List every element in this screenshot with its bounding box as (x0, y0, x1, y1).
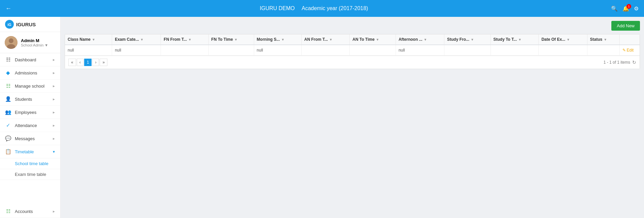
sidebar-item-attendance[interactable]: ✓ Attendance ► (0, 119, 60, 132)
sidebar-profile: Admin M School Admin ▼ (0, 32, 60, 53)
col-date-of-ex: Date Of Ex... ▼ (539, 34, 587, 45)
accounts-icon: ☷ (5, 208, 11, 214)
col-study-to-t: Study To T... ▼ (490, 34, 539, 45)
col-actions (619, 34, 640, 45)
cell-date-of-ex (539, 45, 587, 56)
col-an-from-t: AN From T... ▼ (301, 34, 349, 45)
sidebar-item-students[interactable]: 👤 Students ► (0, 93, 60, 106)
sidebar-item-employees[interactable]: 👥 Employees ► (0, 106, 60, 119)
svg-text:iG: iG (7, 23, 11, 27)
logo-text: IGURUS (16, 22, 36, 27)
cell-fn-to-time (208, 45, 254, 56)
cell-exam-cate: null (112, 45, 161, 56)
nav-title: IGURU DEMO Academic year (2017-2018) (17, 5, 611, 11)
filter-icon-fn-to-time[interactable]: ▼ (234, 38, 238, 41)
next-page-button[interactable]: › (92, 59, 99, 66)
col-exam-cate: Exam Cate... ▼ (112, 34, 161, 45)
table-row: null null null null (65, 45, 640, 56)
prev-page-button[interactable]: ‹ (77, 59, 83, 66)
cell-afternoon: null (396, 45, 444, 56)
filter-icon-an-to-time[interactable]: ▼ (376, 38, 379, 41)
chevron-right-icon: ► (52, 71, 56, 75)
cell-study-to-t (490, 45, 539, 56)
svg-point-3 (9, 38, 13, 43)
filter-icon-date-of-ex[interactable]: ▼ (567, 38, 570, 41)
back-button[interactable]: ← (5, 5, 11, 12)
notification-badge: 1 (626, 4, 631, 9)
cell-actions: ✎ Edit (619, 45, 640, 56)
table-wrapper: Class Name ▼ Exam Cate... ▼ (65, 34, 640, 69)
sidebar-sub-school-timetable[interactable]: School time table (0, 158, 60, 169)
messages-icon: 💬 (5, 135, 11, 142)
pagination-info: 1 - 1 of 1 items ↻ (604, 60, 636, 65)
admissions-icon: ◆ (5, 70, 11, 76)
refresh-button[interactable]: ↻ (632, 60, 636, 65)
profile-role: School Admin ▼ (21, 43, 48, 47)
col-fn-from-t: FN From T... ▼ (161, 34, 208, 45)
avatar (5, 36, 18, 49)
nav-icons: 🔍 🔔 1 ⚙ (611, 5, 639, 12)
settings-button[interactable]: ⚙ (634, 5, 639, 12)
students-icon: 👤 (5, 96, 11, 102)
cell-fn-from-t (161, 45, 208, 56)
cell-class-name: null (65, 45, 112, 56)
pagination-controls: « ‹ 1 › » (68, 59, 107, 66)
filter-icon-an-from-t[interactable]: ▼ (329, 38, 333, 41)
top-nav: ← IGURU DEMO Academic year (2017-2018) 🔍… (0, 0, 644, 17)
chevron-right-icon: ► (52, 58, 56, 62)
table-header-row: Class Name ▼ Exam Cate... ▼ (65, 34, 640, 45)
current-page-button[interactable]: 1 (84, 59, 92, 66)
sidebar-item-messages[interactable]: 💬 Messages ► (0, 132, 60, 145)
cell-status (587, 45, 619, 56)
logo-icon: iG (5, 20, 14, 29)
filter-icon-morning-s[interactable]: ▼ (281, 38, 284, 41)
sidebar: iG IGURUS Admin M School Admin ▼ (0, 17, 61, 218)
first-page-button[interactable]: « (68, 59, 76, 66)
filter-icon-fn-from-t[interactable]: ▼ (188, 38, 192, 41)
manage-school-icon: ☷ (5, 83, 11, 89)
col-status: Status ▼ (587, 34, 619, 45)
col-study-fro: Study Fro... ▼ (444, 34, 490, 45)
attendance-icon: ✓ (5, 122, 11, 128)
academic-year: Academic year (2017-2018) (302, 5, 368, 11)
col-an-to-time: AN To Time ▼ (350, 34, 396, 45)
filter-icon-afternoon[interactable]: ▼ (424, 38, 427, 41)
timetable-icon: 📋 (5, 149, 11, 155)
last-page-button[interactable]: » (100, 59, 107, 66)
profile-name: Admin M (21, 38, 48, 43)
cell-an-from-t (301, 45, 349, 56)
chevron-right-icon: ► (52, 137, 56, 141)
chevron-right-icon: ► (52, 84, 56, 88)
search-button[interactable]: 🔍 (611, 5, 618, 12)
edit-icon: ✎ (622, 48, 626, 53)
edit-button[interactable]: ✎ Edit (622, 48, 634, 53)
sidebar-item-timetable[interactable]: 📋 Timetable ▼ (0, 145, 60, 158)
notification-button[interactable]: 🔔 1 (622, 5, 629, 12)
filter-icon-study-fro[interactable]: ▼ (471, 38, 474, 41)
sidebar-item-dashboard[interactable]: ☷ Dashboard ► (0, 53, 60, 66)
filter-icon-class-name[interactable]: ▼ (92, 38, 95, 41)
profile-info: Admin M School Admin ▼ (21, 38, 48, 47)
sidebar-sub-exam-timetable[interactable]: Exam time table (0, 169, 60, 180)
content-header: Add New (65, 21, 640, 31)
cell-an-to-time (350, 45, 396, 56)
chevron-right-icon: ► (52, 97, 56, 101)
filter-icon-study-to-t[interactable]: ▼ (518, 38, 521, 41)
filter-icon-exam-cate[interactable]: ▼ (140, 38, 144, 41)
sidebar-item-manage-school[interactable]: ☷ Manage school ► (0, 80, 60, 93)
sidebar-item-accounts[interactable]: ☷ Accounts ► (0, 205, 60, 218)
sidebar-item-admissions[interactable]: ◆ Admissions ► (0, 66, 60, 80)
main-layout: iG IGURUS Admin M School Admin ▼ (0, 17, 644, 218)
chevron-right-icon: ► (52, 210, 56, 213)
cell-morning-s: null (254, 45, 301, 56)
col-class-name: Class Name ▼ (65, 34, 112, 45)
filter-icon-status[interactable]: ▼ (604, 38, 607, 41)
sidebar-logo: iG IGURUS (0, 17, 60, 32)
employees-icon: 👥 (5, 109, 11, 115)
col-morning-s: Morning S... ▼ (254, 34, 301, 45)
dashboard-icon: ☷ (5, 57, 11, 63)
add-new-button[interactable]: Add New (611, 21, 640, 31)
pagination-text: 1 - 1 of 1 items (604, 60, 630, 65)
chevron-down-icon: ▼ (52, 150, 56, 154)
cell-study-fro (444, 45, 490, 56)
